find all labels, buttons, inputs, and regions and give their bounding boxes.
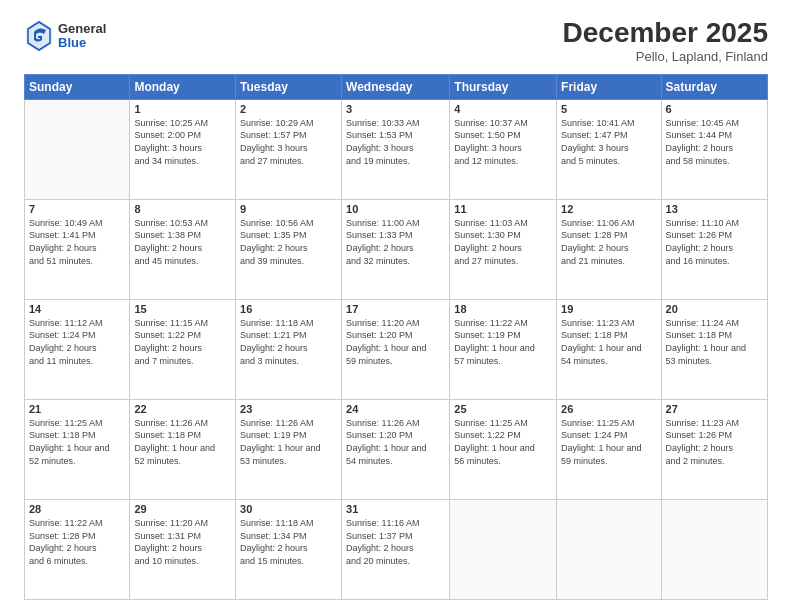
calendar-cell: 22Sunrise: 11:26 AM Sunset: 1:18 PM Dayl… (130, 399, 236, 499)
calendar-cell: 10Sunrise: 11:00 AM Sunset: 1:33 PM Dayl… (342, 199, 450, 299)
day-number: 23 (240, 403, 337, 415)
day-number: 4 (454, 103, 552, 115)
calendar-cell: 4Sunrise: 10:37 AM Sunset: 1:50 PM Dayli… (450, 99, 557, 199)
calendar-cell: 21Sunrise: 11:25 AM Sunset: 1:18 PM Dayl… (25, 399, 130, 499)
day-number: 26 (561, 403, 656, 415)
day-info: Sunrise: 10:29 AM Sunset: 1:57 PM Daylig… (240, 117, 337, 167)
calendar-cell: 13Sunrise: 11:10 AM Sunset: 1:26 PM Dayl… (661, 199, 767, 299)
day-info: Sunrise: 11:23 AM Sunset: 1:26 PM Daylig… (666, 417, 763, 467)
day-number: 31 (346, 503, 445, 515)
calendar-week-row: 21Sunrise: 11:25 AM Sunset: 1:18 PM Dayl… (25, 399, 768, 499)
day-info: Sunrise: 11:16 AM Sunset: 1:37 PM Daylig… (346, 517, 445, 567)
calendar-title: December 2025 (563, 18, 768, 49)
calendar-cell: 29Sunrise: 11:20 AM Sunset: 1:31 PM Dayl… (130, 499, 236, 599)
calendar-cell: 18Sunrise: 11:22 AM Sunset: 1:19 PM Dayl… (450, 299, 557, 399)
day-number: 5 (561, 103, 656, 115)
calendar-cell: 12Sunrise: 11:06 AM Sunset: 1:28 PM Dayl… (557, 199, 661, 299)
day-number: 10 (346, 203, 445, 215)
calendar-cell: 11Sunrise: 11:03 AM Sunset: 1:30 PM Dayl… (450, 199, 557, 299)
day-info: Sunrise: 10:25 AM Sunset: 2:00 PM Daylig… (134, 117, 231, 167)
logo: General Blue (24, 18, 106, 54)
calendar-cell (450, 499, 557, 599)
calendar-cell: 15Sunrise: 11:15 AM Sunset: 1:22 PM Dayl… (130, 299, 236, 399)
calendar-week-row: 14Sunrise: 11:12 AM Sunset: 1:24 PM Dayl… (25, 299, 768, 399)
calendar-week-row: 1Sunrise: 10:25 AM Sunset: 2:00 PM Dayli… (25, 99, 768, 199)
calendar-cell: 19Sunrise: 11:23 AM Sunset: 1:18 PM Dayl… (557, 299, 661, 399)
page: General Blue December 2025 Pello, Laplan… (0, 0, 792, 612)
calendar-cell: 14Sunrise: 11:12 AM Sunset: 1:24 PM Dayl… (25, 299, 130, 399)
day-of-week-header: Saturday (661, 74, 767, 99)
day-number: 16 (240, 303, 337, 315)
day-number: 2 (240, 103, 337, 115)
calendar-cell (661, 499, 767, 599)
calendar-cell: 3Sunrise: 10:33 AM Sunset: 1:53 PM Dayli… (342, 99, 450, 199)
calendar-week-row: 28Sunrise: 11:22 AM Sunset: 1:28 PM Dayl… (25, 499, 768, 599)
calendar-cell: 27Sunrise: 11:23 AM Sunset: 1:26 PM Dayl… (661, 399, 767, 499)
calendar-header-row: SundayMondayTuesdayWednesdayThursdayFrid… (25, 74, 768, 99)
calendar-week-row: 7Sunrise: 10:49 AM Sunset: 1:41 PM Dayli… (25, 199, 768, 299)
day-info: Sunrise: 11:22 AM Sunset: 1:19 PM Daylig… (454, 317, 552, 367)
day-number: 13 (666, 203, 763, 215)
calendar-cell: 24Sunrise: 11:26 AM Sunset: 1:20 PM Dayl… (342, 399, 450, 499)
day-number: 9 (240, 203, 337, 215)
logo-line1: General (58, 22, 106, 36)
day-number: 19 (561, 303, 656, 315)
day-number: 14 (29, 303, 125, 315)
calendar-cell: 17Sunrise: 11:20 AM Sunset: 1:20 PM Dayl… (342, 299, 450, 399)
day-info: Sunrise: 10:41 AM Sunset: 1:47 PM Daylig… (561, 117, 656, 167)
calendar-cell: 5Sunrise: 10:41 AM Sunset: 1:47 PM Dayli… (557, 99, 661, 199)
day-info: Sunrise: 11:03 AM Sunset: 1:30 PM Daylig… (454, 217, 552, 267)
day-number: 1 (134, 103, 231, 115)
day-number: 30 (240, 503, 337, 515)
header: General Blue December 2025 Pello, Laplan… (24, 18, 768, 64)
day-of-week-header: Thursday (450, 74, 557, 99)
day-of-week-header: Sunday (25, 74, 130, 99)
day-info: Sunrise: 10:37 AM Sunset: 1:50 PM Daylig… (454, 117, 552, 167)
calendar-cell: 31Sunrise: 11:16 AM Sunset: 1:37 PM Dayl… (342, 499, 450, 599)
calendar-cell: 7Sunrise: 10:49 AM Sunset: 1:41 PM Dayli… (25, 199, 130, 299)
logo-icon (24, 18, 54, 54)
day-number: 8 (134, 203, 231, 215)
day-number: 17 (346, 303, 445, 315)
day-number: 29 (134, 503, 231, 515)
day-of-week-header: Tuesday (236, 74, 342, 99)
day-number: 27 (666, 403, 763, 415)
day-number: 7 (29, 203, 125, 215)
logo-line2: Blue (58, 36, 106, 50)
logo-text: General Blue (58, 22, 106, 51)
day-info: Sunrise: 11:26 AM Sunset: 1:19 PM Daylig… (240, 417, 337, 467)
day-info: Sunrise: 11:00 AM Sunset: 1:33 PM Daylig… (346, 217, 445, 267)
day-number: 28 (29, 503, 125, 515)
day-number: 22 (134, 403, 231, 415)
day-info: Sunrise: 11:18 AM Sunset: 1:34 PM Daylig… (240, 517, 337, 567)
day-info: Sunrise: 11:15 AM Sunset: 1:22 PM Daylig… (134, 317, 231, 367)
calendar-cell: 6Sunrise: 10:45 AM Sunset: 1:44 PM Dayli… (661, 99, 767, 199)
day-number: 24 (346, 403, 445, 415)
day-info: Sunrise: 11:12 AM Sunset: 1:24 PM Daylig… (29, 317, 125, 367)
calendar-cell: 30Sunrise: 11:18 AM Sunset: 1:34 PM Dayl… (236, 499, 342, 599)
calendar-cell: 26Sunrise: 11:25 AM Sunset: 1:24 PM Dayl… (557, 399, 661, 499)
day-of-week-header: Friday (557, 74, 661, 99)
day-info: Sunrise: 10:45 AM Sunset: 1:44 PM Daylig… (666, 117, 763, 167)
calendar-cell (557, 499, 661, 599)
day-info: Sunrise: 10:49 AM Sunset: 1:41 PM Daylig… (29, 217, 125, 267)
calendar-cell: 25Sunrise: 11:25 AM Sunset: 1:22 PM Dayl… (450, 399, 557, 499)
day-of-week-header: Monday (130, 74, 236, 99)
day-info: Sunrise: 10:56 AM Sunset: 1:35 PM Daylig… (240, 217, 337, 267)
day-info: Sunrise: 11:18 AM Sunset: 1:21 PM Daylig… (240, 317, 337, 367)
day-number: 20 (666, 303, 763, 315)
day-number: 15 (134, 303, 231, 315)
day-info: Sunrise: 11:25 AM Sunset: 1:18 PM Daylig… (29, 417, 125, 467)
day-number: 18 (454, 303, 552, 315)
calendar-cell: 1Sunrise: 10:25 AM Sunset: 2:00 PM Dayli… (130, 99, 236, 199)
calendar-cell: 20Sunrise: 11:24 AM Sunset: 1:18 PM Dayl… (661, 299, 767, 399)
calendar-subtitle: Pello, Lapland, Finland (563, 49, 768, 64)
day-info: Sunrise: 11:24 AM Sunset: 1:18 PM Daylig… (666, 317, 763, 367)
day-number: 12 (561, 203, 656, 215)
calendar-cell: 23Sunrise: 11:26 AM Sunset: 1:19 PM Dayl… (236, 399, 342, 499)
calendar-cell (25, 99, 130, 199)
day-info: Sunrise: 11:20 AM Sunset: 1:20 PM Daylig… (346, 317, 445, 367)
day-info: Sunrise: 11:10 AM Sunset: 1:26 PM Daylig… (666, 217, 763, 267)
day-number: 6 (666, 103, 763, 115)
calendar-cell: 16Sunrise: 11:18 AM Sunset: 1:21 PM Dayl… (236, 299, 342, 399)
